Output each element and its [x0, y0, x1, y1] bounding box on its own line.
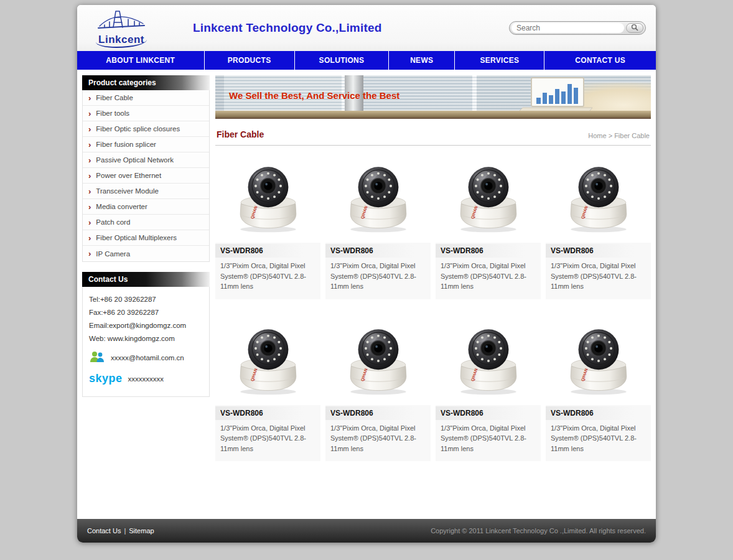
site-title: Linkcent Technology Co.,Limited [193, 21, 382, 35]
contact-box: Tel:+86 20 39262287 Fax:+86 20 39262287 … [82, 287, 210, 397]
product-card: VS-WDR806 1/3"Pixim Orca, Digital Pixel … [215, 317, 320, 462]
nav-item-news[interactable]: NEWS [389, 51, 455, 70]
category-label: Fiber fusion splicer [96, 141, 156, 148]
dome-camera-image [449, 321, 528, 401]
product-image[interactable] [215, 317, 320, 405]
product-card: VS-WDR806 1/3"Pixim Orca, Digital Pixel … [436, 317, 541, 462]
banner: We Sell the Best, And Service the Best [215, 75, 651, 119]
search-input[interactable] [511, 23, 624, 33]
category-item-transceiver-module[interactable]: ›Transceiver Module [83, 184, 209, 199]
product-image[interactable] [436, 154, 541, 243]
skype-logo: skype [89, 372, 123, 385]
nav-item-contact[interactable]: CONTACT US [544, 51, 656, 70]
msn-icon [89, 350, 105, 366]
msn-address[interactable]: xxxxx@hotamil.com.cn [111, 354, 184, 362]
dome-camera-image [338, 159, 418, 238]
nav-item-products[interactable]: PRODUCTS [205, 51, 295, 70]
category-label: Fiber Cable [96, 94, 133, 101]
contact-email: Email:export@kingdomgz.com [89, 322, 203, 329]
category-label: Fiber tools [96, 110, 129, 117]
footer-contact-link[interactable]: Contact Us [87, 527, 121, 534]
arrow-icon: › [88, 141, 91, 149]
header: Linkcent Linkcent Technology Co.,Limited [77, 5, 656, 51]
banner-slogan: We Sell the Best, And Service the Best [229, 90, 399, 101]
desk-image [215, 111, 651, 119]
product-title[interactable]: VS-WDR806 [325, 244, 431, 258]
category-label: Fiber Optic splice closures [96, 125, 180, 133]
title-row: Fiber Cable Home > Fiber Cable [215, 127, 651, 146]
arrow-icon: › [88, 203, 91, 211]
product-title[interactable]: VS-WDR806 [215, 244, 320, 258]
page-container: Linkcent Linkcent Technology Co.,Limited… [77, 5, 656, 543]
product-card: VS-WDR806 1/3"Pixim Orca, Digital Pixel … [215, 154, 320, 299]
nav-item-solutions[interactable]: SOLUTIONS [295, 51, 390, 70]
category-item-optical-multiplexers[interactable]: ›Fiber Optical Multiplexers [83, 230, 209, 246]
copyright: Copyright © 2011 Linkcent Technology Co … [431, 527, 646, 534]
category-item-power-over-ethernet[interactable]: ›Power over Ethernet [83, 168, 209, 184]
bridge-logo-icon [97, 9, 146, 34]
footer-links: Contact Us|Sitemap [87, 527, 154, 534]
product-title[interactable]: VS-WDR806 [546, 244, 651, 258]
category-label: Transceiver Module [96, 187, 159, 195]
category-label: Power over Ethernet [96, 172, 161, 179]
product-image[interactable] [436, 317, 541, 405]
product-image[interactable] [546, 154, 651, 243]
sidebar: Product categories ›Fiber Cable ›Fiber t… [82, 75, 210, 397]
logo[interactable]: Linkcent [85, 9, 158, 48]
category-list: ›Fiber Cable ›Fiber tools ›Fiber Optic s… [82, 90, 210, 262]
product-description: 1/3"Pixim Orca, Digital Pixel System® (D… [546, 261, 651, 292]
product-title[interactable]: VS-WDR806 [436, 244, 541, 258]
product-title[interactable]: VS-WDR806 [546, 406, 651, 420]
product-image[interactable] [215, 154, 320, 243]
footer-separator: | [124, 527, 126, 534]
category-item-fusion-splicer[interactable]: ›Fiber fusion splicer [83, 137, 209, 152]
dome-camera-image [559, 159, 638, 238]
page-title: Fiber Cable [217, 129, 264, 139]
product-description: 1/3"Pixim Orca, Digital Pixel System® (D… [325, 423, 431, 454]
category-item-media-converter[interactable]: ›Media converter [83, 199, 209, 215]
category-item-passive-optical-network[interactable]: ›Passive Optical Network [83, 152, 209, 168]
product-description: 1/3"Pixim Orca, Digital Pixel System® (D… [215, 423, 320, 454]
msn-row: xxxxx@hotamil.com.cn [89, 350, 203, 366]
product-title[interactable]: VS-WDR806 [325, 406, 431, 420]
product-description: 1/3"Pixim Orca, Digital Pixel System® (D… [325, 261, 431, 292]
arrow-icon: › [88, 250, 91, 258]
arrow-icon: › [88, 110, 91, 118]
product-description: 1/3"Pixim Orca, Digital Pixel System® (D… [215, 261, 320, 292]
product-image[interactable] [325, 317, 431, 405]
search-button[interactable] [626, 23, 643, 33]
dome-camera-image [559, 321, 638, 401]
product-description: 1/3"Pixim Orca, Digital Pixel System® (D… [436, 261, 541, 292]
footer-sitemap-link[interactable]: Sitemap [129, 527, 154, 534]
product-image[interactable] [325, 154, 431, 243]
nav-item-services[interactable]: SERVICES [455, 51, 544, 70]
category-item-fiber-cable[interactable]: ›Fiber Cable [83, 90, 209, 106]
arrow-icon: › [88, 187, 91, 195]
product-title[interactable]: VS-WDR806 [436, 406, 541, 420]
product-image[interactable] [546, 317, 651, 405]
category-item-ip-camera[interactable]: ›IP Camera [83, 246, 209, 261]
category-item-fiber-tools[interactable]: ›Fiber tools [83, 106, 209, 121]
breadcrumb[interactable]: Home > Fiber Cable [588, 132, 650, 139]
category-label: Media converter [96, 203, 147, 210]
product-card: VS-WDR806 1/3"Pixim Orca, Digital Pixel … [546, 154, 651, 299]
product-card: VS-WDR806 1/3"Pixim Orca, Digital Pixel … [325, 317, 431, 462]
product-title[interactable]: VS-WDR806 [215, 406, 320, 420]
dome-camera-image [338, 321, 418, 401]
main-nav: ABOUT LINKCENT PRODUCTS SOLUTIONS NEWS S… [77, 51, 656, 70]
contact-fax: Fax:+86 20 39262287 [89, 309, 203, 316]
category-item-patch-cord[interactable]: ›Patch cord [83, 215, 209, 230]
search-box [509, 21, 646, 35]
category-item-splice-closures[interactable]: ›Fiber Optic splice closures [83, 121, 209, 137]
category-label: IP Camera [96, 250, 130, 258]
skype-row: skype xxxxxxxxxx [89, 372, 203, 385]
product-card: VS-WDR806 1/3"Pixim Orca, Digital Pixel … [436, 154, 541, 299]
product-card: VS-WDR806 1/3"Pixim Orca, Digital Pixel … [546, 317, 651, 462]
nav-item-about[interactable]: ABOUT LINKCENT [77, 51, 205, 70]
dome-camera-image [228, 321, 308, 401]
dome-camera-image [449, 159, 528, 238]
arrow-icon: › [88, 218, 91, 226]
arrow-icon: › [88, 172, 91, 180]
search-icon [631, 24, 638, 33]
skype-id[interactable]: xxxxxxxxxx [128, 375, 164, 383]
